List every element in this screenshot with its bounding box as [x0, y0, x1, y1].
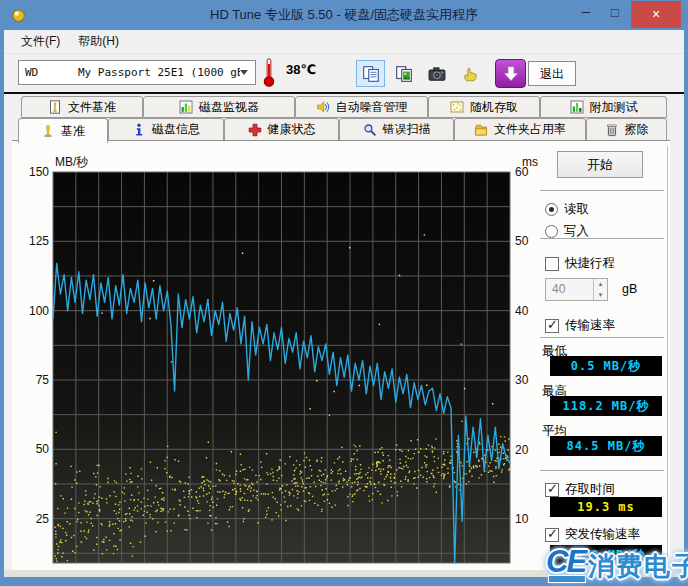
max-value-display: 118.2 MB/秒 — [550, 396, 662, 416]
burst-rate-checkbox[interactable]: 突发传输速率 — [545, 527, 640, 542]
grid-lines — [53, 172, 510, 563]
menu-file[interactable]: 文件(F) — [12, 30, 69, 53]
divider — [540, 190, 664, 192]
disk-monitor-icon — [179, 100, 193, 114]
checkbox-unchecked-icon — [545, 257, 559, 271]
y-right-tick-label: 20 — [515, 443, 529, 457]
tab-random-access[interactable]: 随机存取 — [428, 96, 540, 118]
y-left-tick-label: 50 — [36, 442, 50, 456]
y-right-tick-label: 10 — [515, 512, 529, 526]
y-right-tick-label: 30 — [515, 373, 529, 387]
tab-folder-usage-label: 文件夹占用率 — [494, 121, 566, 138]
random-access-icon — [450, 100, 464, 114]
tab-file-benchmark-label: 文件基准 — [68, 99, 116, 116]
tab-disk-monitor-label: 磁盘监视器 — [199, 99, 259, 116]
tab-error-scan-label: 错误扫描 — [383, 121, 431, 138]
toolbar-divider — [4, 92, 684, 94]
tab-folder-usage[interactable]: 文件夹占用率 — [454, 118, 586, 141]
tab-extra-tests[interactable]: 附加测试 — [540, 96, 667, 118]
divider — [540, 337, 664, 339]
radio-unselected-icon — [545, 225, 558, 238]
tab-health-label: 健康状态 — [268, 121, 316, 138]
y-right-tick-label: 60 — [515, 165, 529, 179]
copy-text-icon — [362, 65, 380, 83]
checkbox-checked-icon — [545, 483, 559, 497]
hand-icon — [461, 65, 479, 83]
toolbar-buttons — [356, 59, 526, 88]
folder-usage-icon — [474, 123, 488, 137]
extra-tests-icon — [570, 100, 584, 114]
tab-benchmark[interactable]: 基准 — [18, 118, 108, 143]
toolbar: WD My Passport 25E1 (1000 gB 38℃ 退出 — [4, 54, 684, 92]
access-time-checkbox[interactable]: 存取时间 — [545, 482, 615, 497]
file-benchmark-icon — [48, 100, 62, 114]
window-bottom-strip — [4, 570, 684, 577]
donate-hand-button[interactable] — [455, 60, 484, 87]
access-time-label: 存取时间 — [565, 481, 615, 498]
tab-disk-info[interactable]: 磁盘信息 — [108, 118, 224, 141]
panel-divider — [667, 146, 669, 568]
y-left-tick-label: 75 — [36, 373, 50, 387]
read-radio[interactable]: 读取 — [545, 202, 589, 217]
screenshot-button[interactable] — [422, 60, 451, 87]
menubar: 文件(F)帮助(H) — [4, 30, 684, 54]
y-right-tick-label: 50 — [515, 234, 529, 248]
y-left-tick-label: 100 — [29, 304, 49, 318]
exit-button[interactable]: 退出 — [528, 61, 576, 86]
tab-disk-info-label: 磁盘信息 — [152, 121, 200, 138]
chevron-down-icon — [240, 70, 248, 75]
tab-erase[interactable]: 擦除 — [586, 118, 667, 141]
spinner-down-icon[interactable]: ▼ — [594, 290, 607, 301]
aam-speaker-icon — [316, 100, 330, 114]
checkbox-checked-icon — [545, 528, 559, 542]
y-left-tick-label: 25 — [36, 512, 50, 526]
maximize-button[interactable]: □ — [601, 0, 629, 28]
avg-value-display: 84.5 MB/秒 — [550, 436, 662, 456]
radio-selected-icon — [545, 203, 558, 216]
read-radio-label: 读取 — [564, 201, 589, 218]
tab-aam[interactable]: 自动噪音管理 — [295, 96, 428, 118]
menu-help[interactable]: 帮助(H) — [69, 30, 128, 53]
hdtune-window: HD Tune 专业版 5.50 - 硬盘/固态硬盘实用程序 – □ × 文件(… — [0, 0, 688, 586]
min-value-display: 0.5 MB/秒 — [550, 356, 662, 376]
close-button[interactable]: × — [631, 1, 681, 28]
benchmark-chart: MB/秒ms150125100755025605040302010 — [14, 140, 540, 572]
spinner-buttons[interactable]: ▲▼ — [593, 279, 607, 300]
capacity-value: 40 — [546, 279, 593, 300]
divider — [540, 470, 664, 472]
temperature-readout: 38℃ — [286, 62, 316, 77]
tab-aam-label: 自动噪音管理 — [336, 99, 408, 116]
transfer-rate-checkbox[interactable]: 传输速率 — [545, 318, 615, 333]
burst-rate-label: 突发传输速率 — [565, 526, 640, 543]
short-stroke-checkbox[interactable]: 快捷行程 — [545, 256, 615, 271]
start-button[interactable]: 开始 — [557, 151, 643, 178]
copy-image-icon — [395, 65, 413, 83]
tab-health[interactable]: 健康状态 — [224, 118, 339, 141]
tab-benchmark-label: 基准 — [61, 123, 85, 140]
tab-error-scan[interactable]: 错误扫描 — [339, 118, 454, 141]
write-radio[interactable]: 写入 — [545, 224, 589, 239]
y-left-axis-title: MB/秒 — [55, 155, 88, 169]
thermometer-icon — [262, 57, 276, 87]
camera-icon — [428, 65, 446, 83]
tab-extra-tests-label: 附加测试 — [590, 99, 638, 116]
tab-random-access-label: 随机存取 — [470, 99, 518, 116]
y-right-tick-label: 40 — [515, 304, 529, 318]
y-left-tick-label: 125 — [29, 234, 49, 248]
download-update-button[interactable] — [495, 59, 526, 88]
access-time-display: 19.3 ms — [550, 497, 662, 517]
drive-select[interactable]: WD My Passport 25E1 (1000 gB — [18, 60, 256, 85]
health-icon — [248, 123, 262, 137]
capacity-input[interactable]: 40 ▲▼ — [545, 278, 608, 301]
tab-file-benchmark[interactable]: 文件基准 — [21, 96, 143, 118]
capacity-unit-label: gB — [622, 282, 637, 296]
tab-disk-monitor[interactable]: 磁盘监视器 — [143, 96, 295, 118]
minimize-button[interactable]: – — [572, 0, 600, 28]
erase-icon — [605, 123, 619, 137]
spinner-up-icon[interactable]: ▲ — [594, 279, 607, 290]
copy-text-button[interactable] — [356, 60, 385, 87]
burst-rate-display: 68.8 MB/秒 — [550, 545, 662, 565]
benchmark-icon — [41, 124, 55, 138]
copy-image-button[interactable] — [389, 60, 418, 87]
divider — [540, 238, 664, 240]
